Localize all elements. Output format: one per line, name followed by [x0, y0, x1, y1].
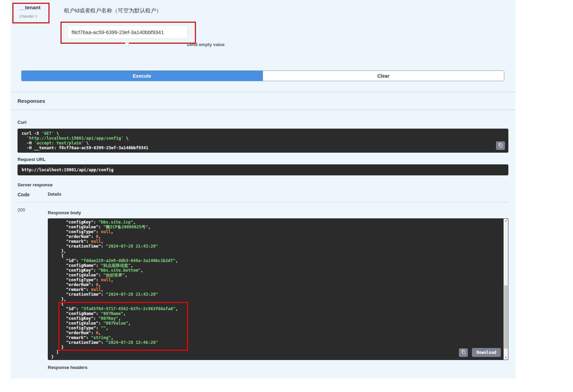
request-url-label: Request URL [18, 157, 508, 162]
response-row: 200 Response body "configKey": "bbs.site… [18, 203, 508, 370]
clear-button[interactable]: Clear [263, 70, 505, 81]
response-body-block: "configKey": "bbs.site.icp", "configValu… [48, 218, 508, 360]
send-empty-label: Send empty value [187, 42, 225, 47]
parameters-section: __tenant (header) 租户id或者租户名称（可空为默认租户） Se… [11, 0, 515, 81]
swagger-page: __tenant (header) 租户id或者租户名称（可空为默认租户） Se… [0, 0, 573, 392]
tenant-value-input[interactable] [67, 25, 188, 39]
download-button[interactable]: Download [472, 348, 501, 357]
responses-section-title: Responses [11, 92, 515, 110]
send-empty-checkbox[interactable] [125, 43, 129, 46]
clipboard-icon [498, 143, 503, 149]
response-body-label: Response body [48, 210, 508, 216]
opblock-body: __tenant (header) 租户id或者租户名称（可空为默认租户） Se… [11, 0, 515, 379]
parameter-name-cell: __tenant (header) [19, 5, 64, 47]
scroll-down-icon[interactable]: ▼ [504, 356, 508, 360]
clipboard-icon [461, 350, 466, 355]
execute-wrapper: Execute Clear [21, 70, 504, 81]
parameter-location: (header) [19, 14, 64, 19]
server-response-label: Server response [18, 182, 508, 188]
request-url-value: http://localhost:19001/api/app/config [22, 167, 113, 172]
parameter-name: __tenant [19, 5, 64, 10]
curl-command-block: curl -X 'GET' \ 'http://localhost:19001/… [18, 129, 508, 153]
copy-curl-button[interactable] [496, 141, 505, 150]
curl-label: Curl [18, 120, 508, 125]
curl-command-text: curl -X 'GET' \ 'http://localhost:19001/… [22, 131, 493, 150]
execute-button[interactable]: Execute [21, 70, 263, 81]
code-column-header: Code [18, 192, 48, 197]
parameter-row: __tenant (header) 租户id或者租户名称（可空为默认租户） Se… [11, 0, 515, 47]
request-url-block: http://localhost:19001/api/app/config [18, 164, 508, 175]
response-table-header: Code Details [18, 192, 508, 203]
response-body-scrollbar[interactable]: ▲ ▼ [504, 219, 508, 360]
copy-response-button[interactable] [459, 348, 468, 357]
response-body-actions: Download [459, 348, 501, 357]
scrollbar-thumb[interactable] [504, 285, 508, 349]
response-details-cell: Response body "configKey": "bbs.site.icp… [48, 207, 508, 370]
parameter-value-cell: 租户id或者租户名称（可空为默认租户） Send empty value [64, 5, 508, 47]
response-body-json: "configKey": "bbs.site.icp", "configValu… [51, 220, 500, 359]
response-headers-label: Response headers [48, 365, 508, 370]
status-code: 200 [18, 207, 48, 370]
scroll-up-icon[interactable]: ▲ [504, 219, 508, 223]
parameter-description: 租户id或者租户名称（可空为默认租户） [64, 5, 508, 14]
server-response-table: Code Details 200 Response body "configKe… [18, 192, 508, 370]
details-column-header: Details [48, 192, 508, 197]
responses-section: Curl curl -X 'GET' \ 'http://localhost:1… [11, 110, 515, 379]
annotation-red-box-input [60, 22, 196, 44]
